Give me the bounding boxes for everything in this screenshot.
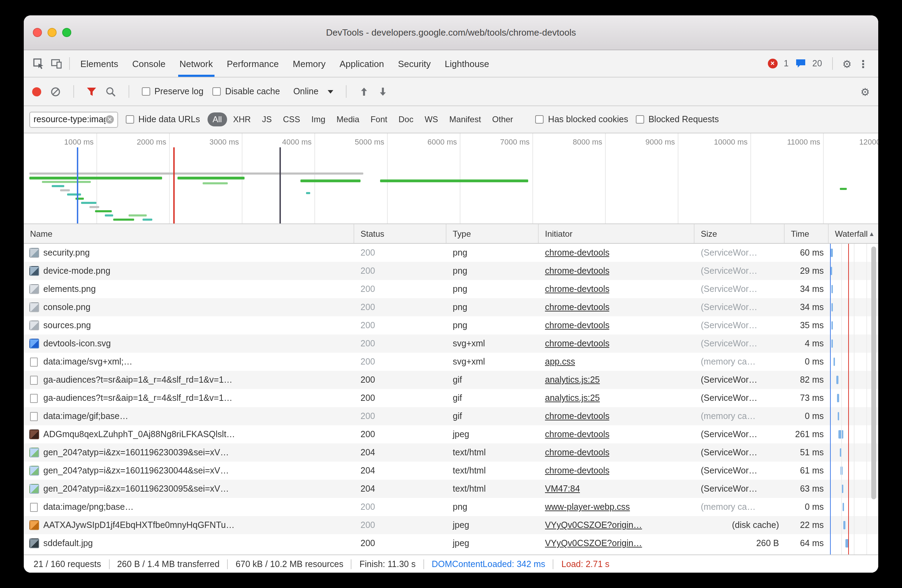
hide-data-urls-checkbox[interactable] [126,115,134,124]
table-row[interactable]: console.png200pngchrome-devtools(Service… [24,298,878,316]
status-cell: 200 [354,425,446,443]
minimize-button[interactable] [47,28,56,37]
table-row[interactable]: ADGmqu8qexLZuhphT_0Aj88Ng8riLFKASQlslt…2… [24,425,878,443]
initiator-link[interactable]: chrome-devtools [545,248,609,258]
table-row[interactable]: AATXAJywSIpD1jf4EbqHXTfbe0mnyHqGFNTu…200… [24,516,878,534]
close-button[interactable] [33,28,42,37]
table-row[interactable]: ga-audiences?t=sr&aip=1&_r=4&slf_rd=1&v=… [24,389,878,407]
filter-pill-css[interactable]: CSS [278,113,305,127]
document-icon [30,412,38,421]
waterfall-bar [831,285,833,293]
column-header-waterfall[interactable]: Waterfall▲ [828,224,878,243]
initiator-link[interactable]: chrome-devtools [545,321,609,330]
filter-pill-other[interactable]: Other [487,113,518,127]
initiator-link[interactable]: chrome-devtools [545,284,609,294]
settings-gear-icon[interactable]: ⚙ [842,58,852,69]
initiator-link[interactable]: VYyQv0CSZOE?origin… [545,520,642,530]
tab-security[interactable]: Security [391,50,438,77]
initiator-link[interactable]: chrome-devtools [545,302,609,312]
initiator-link[interactable]: chrome-devtools [545,411,609,421]
initiator-link[interactable]: VM47:84 [545,484,580,494]
device-toolbar-icon[interactable] [47,50,66,77]
initiator-link[interactable]: app.css [545,357,575,367]
initiator-link[interactable]: analytics.js:25 [545,375,600,385]
initiator-link[interactable]: analytics.js:25 [545,393,600,403]
initiator-link[interactable]: www-player-webp.css [545,502,630,512]
preserve-log-checkbox[interactable] [142,87,150,96]
export-har-icon[interactable] [378,87,388,96]
clear-button[interactable] [50,86,61,97]
waterfall-bar [842,503,844,511]
tab-application[interactable]: Application [333,50,391,77]
table-row[interactable]: sddefault.jpg200jpegVYyQv0CSZOE?origin…2… [24,534,878,552]
column-header-status[interactable]: Status [354,224,446,243]
table-row[interactable]: data:image/gif;base…200gifchrome-devtool… [24,407,878,425]
filter-pill-js[interactable]: JS [257,113,277,127]
table-row[interactable]: device-mode.png200pngchrome-devtools(Ser… [24,262,878,280]
requests-table-body: security.png200pngchrome-devtools(Servic… [24,244,878,555]
network-filter-input[interactable] [33,114,105,124]
table-row[interactable]: devtools-icon.svg200svg+xmlchrome-devtoo… [24,335,878,353]
initiator-link[interactable]: chrome-devtools [545,266,609,276]
initiator-cell: chrome-devtools [539,262,694,280]
error-badge-icon[interactable]: × [767,59,777,69]
zoom-button[interactable] [62,28,71,37]
tab-network[interactable]: Network [172,50,220,77]
import-har-icon[interactable] [359,87,369,96]
column-header-initiator[interactable]: Initiator [539,224,694,243]
table-row[interactable]: security.png200pngchrome-devtools(Servic… [24,244,878,262]
filter-pill-img[interactable]: Img [306,113,330,127]
filter-pill-font[interactable]: Font [366,113,392,127]
tab-console[interactable]: Console [125,50,172,77]
network-overview-timeline[interactable]: 1000 ms2000 ms3000 ms4000 ms5000 ms6000 … [24,133,878,224]
filter-pill-xhr[interactable]: XHR [228,113,256,127]
table-row[interactable]: elements.png200pngchrome-devtools(Servic… [24,280,878,298]
table-row[interactable]: data:image/png;base…200pngwww-player-web… [24,498,878,516]
divider [423,559,424,569]
vertical-scrollbar[interactable] [871,247,876,499]
tab-memory[interactable]: Memory [286,50,333,77]
waterfall-cell [828,389,878,407]
has-blocked-cookies-checkbox[interactable] [536,115,544,124]
table-row[interactable]: gen_204?atyp=i&zx=1601196230095&sei=xV…2… [24,480,878,498]
table-row[interactable]: sources.png200pngchrome-devtools(Service… [24,316,878,335]
issues-count[interactable]: 20 [812,59,822,69]
disable-cache-checkbox[interactable] [212,87,221,96]
filter-pill-media[interactable]: Media [332,113,364,127]
filter-pill-all[interactable]: All [208,113,227,127]
tab-performance[interactable]: Performance [220,50,286,77]
filter-icon[interactable] [87,87,96,96]
type-cell: gif [446,389,539,407]
table-row[interactable]: data:image/svg+xml;…200svg+xmlapp.css(me… [24,353,878,371]
tab-elements[interactable]: Elements [74,50,125,77]
table-row[interactable]: gen_204?atyp=i&zx=1601196230044&sei=xV…2… [24,461,878,480]
issues-bubble-icon[interactable] [795,59,806,69]
table-row[interactable]: ga-audiences?t=sr&aip=1&_r=4&slf_rd=1&v=… [24,371,878,389]
initiator-link[interactable]: chrome-devtools [545,448,609,457]
record-button[interactable] [32,87,41,96]
table-row[interactable]: gen_204?atyp=i&zx=1601196230039&sei=xV…2… [24,443,878,461]
column-header-type[interactable]: Type [446,224,539,243]
column-header-size[interactable]: Size [694,224,785,243]
name-cell: AATXAJywSIpD1jf4EbqHXTfbe0mnyHqGFNTu… [24,516,354,534]
network-settings-gear-icon[interactable]: ⚙ [860,86,870,97]
clear-filter-icon[interactable]: ✕ [105,115,114,124]
throttling-dropdown[interactable]: Online [293,87,333,96]
column-header-time[interactable]: Time [785,224,828,243]
initiator-cell: VYyQv0CSZOE?origin… [539,516,694,534]
column-header-name[interactable]: Name [24,224,354,243]
search-icon[interactable] [105,86,116,97]
initiator-link[interactable]: chrome-devtools [545,430,609,439]
inspect-element-icon[interactable] [29,50,47,77]
tab-strip: ElementsConsoleNetworkPerformanceMemoryA… [74,50,496,77]
filter-pill-doc[interactable]: Doc [394,113,418,127]
filter-pill-ws[interactable]: WS [420,113,443,127]
filter-pill-manifest[interactable]: Manifest [444,113,486,127]
initiator-link[interactable]: VYyQv0CSZOE?origin… [545,538,642,548]
initiator-link[interactable]: chrome-devtools [545,339,609,349]
initiator-link[interactable]: chrome-devtools [545,466,609,475]
error-count[interactable]: 1 [784,59,788,69]
kebab-menu-icon[interactable]: ⋮ [858,58,869,69]
blocked-requests-checkbox[interactable] [636,115,644,124]
tab-lighthouse[interactable]: Lighthouse [438,50,496,77]
